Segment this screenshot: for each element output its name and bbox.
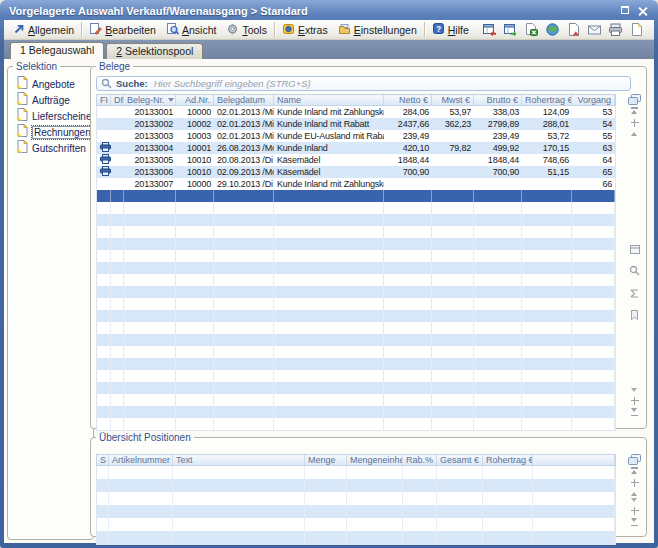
- column-header-mwst[interactable]: Mwst €: [432, 95, 474, 105]
- column-header-vorgang[interactable]: Vorgang: [572, 95, 615, 105]
- column-header-menge[interactable]: Menge: [305, 455, 347, 465]
- table-row[interactable]: 201330011000002.01.2013 /MiKunde Inland …: [97, 106, 615, 118]
- cell-text: [173, 531, 305, 544]
- column-header-filler[interactable]: [533, 455, 615, 465]
- sidebar-item-gutschriften[interactable]: Gutschriften: [8, 140, 93, 156]
- table-row[interactable]: 201330021000202.01.2013 /MiKunde Inland …: [97, 118, 615, 130]
- cell-s: [97, 505, 109, 518]
- column-header-rab[interactable]: Rab.%: [403, 455, 437, 465]
- positionen-groupbox: Übersicht Positionen SArtikelnummerTextM…: [90, 432, 647, 537]
- help-icon: ?: [432, 22, 445, 37]
- menu-einstellungen[interactable]: Einstellungen: [333, 21, 422, 38]
- cell-vorgang: [572, 310, 615, 322]
- printer-icon: [97, 154, 111, 166]
- scroll-to-bottom-icon[interactable]: [629, 517, 640, 526]
- print-icon[interactable]: [608, 22, 623, 37]
- cell-name: [274, 202, 384, 214]
- column-header-gesamt[interactable]: Gesamt €: [437, 455, 483, 465]
- excel-export-icon[interactable]: [524, 22, 539, 37]
- cell-ad_nr: [176, 226, 214, 238]
- column-header-netto[interactable]: Netto €: [384, 95, 432, 105]
- cell-netto: [384, 274, 432, 286]
- close-button[interactable]: [636, 5, 650, 17]
- collapse-row-icon[interactable]: [629, 506, 640, 515]
- tabstrip: 1Belegauswahl 2Selektionspool: [4, 40, 654, 59]
- scroll-to-bottom-icon[interactable]: [629, 407, 640, 416]
- export-table-icon[interactable]: [503, 22, 518, 37]
- zoom-search-icon[interactable]: [629, 262, 640, 280]
- column-header-fi[interactable]: FI: [97, 95, 111, 105]
- cell-fi: [97, 238, 111, 250]
- preview-panel-icon[interactable]: [630, 240, 640, 258]
- cell-belegdatum: [214, 394, 274, 406]
- table-row[interactable]: 201330031000302.01.2013 /MiKunde EU-Ausl…: [97, 130, 615, 142]
- cell-beleg_nr: [124, 382, 176, 394]
- move-up-icon[interactable]: [629, 129, 640, 138]
- column-header-rohertrag[interactable]: Rohertrag €: [483, 455, 533, 465]
- scroll-to-top-icon[interactable]: [629, 107, 640, 116]
- tab-belegauswahl[interactable]: 1Belegauswahl: [10, 42, 104, 59]
- column-header-ad_nr[interactable]: Ad.Nr.: [176, 95, 214, 105]
- pdf-document-icon[interactable]: [566, 22, 581, 37]
- restore-button[interactable]: [618, 5, 632, 17]
- cell-rohertrag: [483, 492, 533, 505]
- import-table-icon[interactable]: [482, 22, 497, 37]
- menu-bearbeiten[interactable]: Bearbeiten: [84, 21, 161, 38]
- globe-icon[interactable]: [545, 22, 560, 37]
- column-header-brutto[interactable]: Brutto €: [474, 95, 522, 105]
- new-document-icon[interactable]: [629, 22, 644, 37]
- move-down-icon[interactable]: [629, 385, 640, 394]
- cell-rab: [403, 479, 437, 492]
- sidebar-item-auftraege[interactable]: Aufträge: [8, 92, 93, 108]
- expand-row-icon[interactable]: [629, 118, 640, 127]
- cell-dr: [111, 310, 124, 322]
- cell-belegdatum: [214, 226, 274, 238]
- menu-allgemein[interactable]: Allgemein: [8, 22, 79, 38]
- menu-tools[interactable]: Tools: [221, 21, 272, 38]
- column-header-belegdatum[interactable]: Belegdatum: [214, 95, 274, 105]
- column-header-text[interactable]: Text: [173, 455, 305, 465]
- selected-row[interactable]: [97, 190, 615, 202]
- table-row[interactable]: 201330061001002.09.2013 /MoKäsemädel700,…: [97, 166, 615, 178]
- column-chooser-icon[interactable]: [628, 92, 641, 104]
- cell-ad_nr: [176, 298, 214, 310]
- bookmark-icon[interactable]: [630, 306, 639, 324]
- empty-row: [97, 370, 615, 382]
- expand-row-icon[interactable]: [629, 478, 640, 487]
- cell-netto: [384, 250, 432, 262]
- cell-vorgang: 53: [572, 106, 615, 118]
- table-row[interactable]: 201330051001020.08.2013 /DiKäsemädel1848…: [97, 154, 615, 166]
- cell-ad_nr: [176, 322, 214, 334]
- empty-row: [97, 322, 615, 334]
- sum-icon[interactable]: [630, 284, 639, 302]
- cell-vorgang: [572, 358, 615, 370]
- sidebar-item-lieferscheine[interactable]: Lieferscheine: [8, 108, 93, 124]
- cell-netto: [384, 298, 432, 310]
- tab-selektionspool[interactable]: 2Selektionspool: [106, 43, 203, 59]
- sidebar-item-rechnungen[interactable]: Rechnungen: [8, 124, 93, 140]
- column-header-beleg_nr[interactable]: Beleg-Nr.: [124, 95, 176, 105]
- column-header-name[interactable]: Name: [274, 95, 384, 105]
- cell-brutto: [474, 334, 522, 346]
- column-header-s[interactable]: S: [97, 455, 109, 465]
- table-row[interactable]: 201330041000126.08.2013 /MoKunde Inland4…: [97, 142, 615, 154]
- cell-mwst: [432, 382, 474, 394]
- column-chooser-icon[interactable]: [628, 452, 641, 464]
- column-header-dr[interactable]: DR: [111, 95, 124, 105]
- scroll-to-top-icon[interactable]: [629, 467, 640, 476]
- collapse-row-icon[interactable]: [629, 396, 640, 405]
- menu-hilfe[interactable]: ? Hilfe: [427, 21, 474, 38]
- menu-extras[interactable]: Extras: [277, 21, 333, 38]
- menu-ansicht[interactable]: Ansicht: [161, 21, 221, 38]
- email-icon[interactable]: [587, 22, 602, 37]
- cell-name: [274, 346, 384, 358]
- column-header-mengeneinheit[interactable]: Mengeneinheit: [347, 455, 403, 465]
- table-row[interactable]: 201330071000029.10.2013 /DiKunde Inland …: [97, 178, 615, 190]
- cell-belegdatum: 02.01.2013 /Mi: [214, 106, 274, 118]
- move-down-icon[interactable]: [629, 495, 640, 504]
- cell-brutto: [474, 178, 522, 190]
- sidebar-item-angebote[interactable]: Angebote: [8, 76, 93, 92]
- column-header-artikelnummer[interactable]: Artikelnummer: [109, 455, 173, 465]
- column-header-rohertrag[interactable]: Rohertrag €: [522, 95, 572, 105]
- search-input[interactable]: [152, 78, 626, 90]
